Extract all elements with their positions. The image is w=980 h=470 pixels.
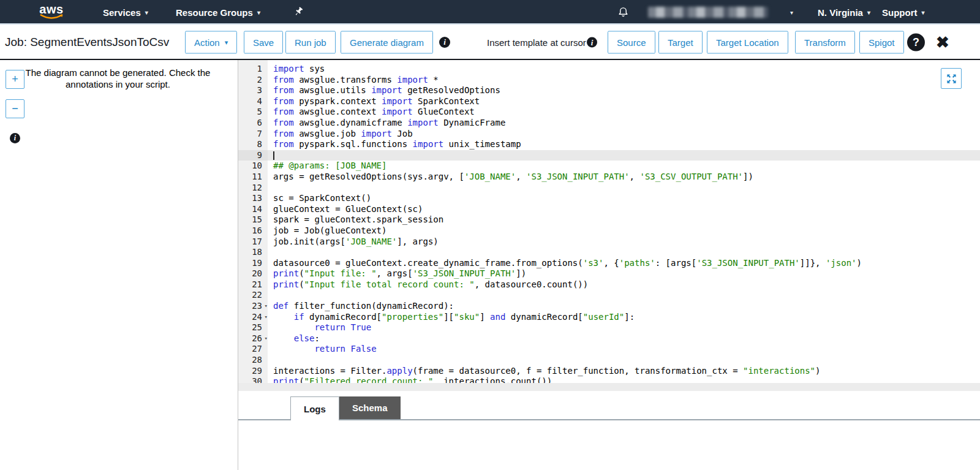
target-location-template-button[interactable]: Target Location — [707, 31, 788, 54]
code-line[interactable] — [268, 355, 980, 366]
line-number: 30 — [238, 376, 268, 383]
code-line[interactable]: if dynamicRecord["properties"]["sku"] an… — [268, 312, 980, 323]
code-line[interactable]: from awsglue.job import Job — [268, 129, 980, 140]
code-line[interactable]: job.init(args['JOB_NAME'], args) — [268, 237, 980, 248]
nav-services[interactable]: Services ▾ — [103, 0, 148, 25]
nav-notifications[interactable] — [617, 0, 629, 25]
code-line[interactable] — [268, 290, 980, 301]
code-line[interactable]: from pyspark.sql.functions import unix_t… — [268, 139, 980, 150]
line-number: 15 — [238, 214, 268, 226]
chevron-down-icon: ▾ — [922, 9, 925, 16]
page-title: Job: SegmentEventsJsonToCsv — [5, 36, 169, 49]
info-icon[interactable]: i — [439, 37, 450, 48]
code-line[interactable]: sc = SparkContext() — [268, 193, 980, 204]
generate-diagram-button[interactable]: Generate diagram — [341, 31, 433, 54]
action-dropdown-button[interactable]: Action ▾ — [185, 31, 237, 54]
nav-region[interactable]: N. Virginia ▾ — [818, 0, 870, 25]
tab-logs[interactable]: Logs — [290, 396, 339, 420]
line-number: 28 — [238, 355, 268, 366]
line-number: 17 — [238, 237, 268, 248]
code-line[interactable]: from awsglue.context import GlueContext — [268, 107, 980, 118]
fold-arrow-icon[interactable]: ▾ — [265, 333, 268, 344]
code-line[interactable]: return False — [268, 344, 980, 355]
text-cursor — [273, 151, 274, 160]
nav-resource-groups[interactable]: Resource Groups ▾ — [176, 0, 260, 25]
zoom-in-button[interactable]: + — [6, 70, 24, 89]
script-editor[interactable]: 1234567891011121314151617181920212223▾24… — [238, 60, 980, 391]
zoom-out-button[interactable]: − — [6, 99, 24, 118]
line-number: 9 — [238, 150, 268, 161]
line-number: 18 — [238, 247, 268, 258]
editor-viewport: 1234567891011121314151617181920212223▾24… — [238, 60, 980, 383]
code-line[interactable]: from awsglue.transforms import * — [268, 75, 980, 86]
line-number: 20 — [238, 268, 268, 279]
info-icon[interactable]: i — [10, 133, 20, 143]
top-navbar: aws Services ▾ Resource Groups ▾ ▾ — [0, 0, 980, 25]
code-line[interactable]: print("Filtered record count: ", interac… — [268, 376, 980, 383]
chevron-down-icon: ▾ — [867, 9, 870, 16]
help-icon[interactable]: ? — [907, 34, 925, 51]
diagram-error-message: The diagram cannot be generated. Check t… — [12, 67, 224, 90]
code-line[interactable]: args = getResolvedOptions(sys.argv, ['JO… — [268, 172, 980, 183]
editor-horizontal-scrollbar[interactable] — [238, 383, 980, 391]
transform-template-button[interactable]: Transform — [795, 31, 855, 54]
line-number: 27 — [238, 344, 268, 355]
code-line[interactable]: else: — [268, 333, 980, 344]
line-number: 5 — [238, 107, 268, 118]
nav-pin[interactable] — [293, 0, 304, 25]
info-icon[interactable]: i — [587, 37, 597, 48]
tab-schema[interactable]: Schema — [339, 396, 401, 419]
code-line[interactable]: from awsglue.dynamicframe import Dynamic… — [268, 118, 980, 129]
line-number: 19 — [238, 258, 268, 269]
expand-editor-button[interactable] — [941, 68, 962, 89]
code-line[interactable]: datasource0 = glueContext.create_dynamic… — [268, 258, 980, 269]
code-line[interactable]: from awsglue.utils import getResolvedOpt… — [268, 85, 980, 96]
source-template-button[interactable]: Source — [608, 31, 655, 54]
tab-baseline — [238, 419, 980, 420]
code-line[interactable]: import sys — [268, 64, 980, 75]
code-line[interactable]: def filter_function(dynamicRecord): — [268, 301, 980, 312]
line-number: 25 — [238, 322, 268, 333]
expand-arrows-icon — [946, 73, 957, 85]
nav-support[interactable]: Support ▾ — [882, 0, 925, 25]
editor-code[interactable]: import sysfrom awsglue.transforms import… — [268, 60, 980, 383]
code-line[interactable]: interactions = Filter.apply(frame = data… — [268, 366, 980, 377]
fold-arrow-icon[interactable]: ▾ — [265, 301, 268, 312]
chevron-down-icon: ▾ — [225, 39, 228, 47]
line-number: 24▾ — [238, 312, 268, 323]
region-label: N. Virginia — [818, 7, 863, 18]
line-number: 29 — [238, 366, 268, 377]
code-line[interactable]: ## @params: [JOB_NAME] — [268, 161, 980, 172]
code-line[interactable]: print("Input file: ", args['S3_JSON_INPU… — [268, 268, 980, 279]
code-line[interactable]: job = Job(glueContext) — [268, 226, 980, 237]
aws-logo[interactable]: aws — [39, 0, 64, 25]
bottom-tab-bar: Logs Schema — [238, 396, 980, 420]
code-line[interactable]: print("Input file total record count: ",… — [268, 279, 980, 290]
line-number: 12 — [238, 183, 268, 194]
code-line[interactable]: return True — [268, 322, 980, 333]
chevron-down-icon: ▾ — [790, 9, 793, 16]
code-line[interactable]: spark = glueContext.spark_session — [268, 214, 980, 226]
target-template-button[interactable]: Target — [658, 31, 703, 54]
account-menu[interactable]: ▾ — [648, 0, 793, 25]
run-job-button[interactable]: Run job — [285, 31, 336, 54]
fold-arrow-icon[interactable]: ▾ — [265, 312, 268, 323]
content-area: The diagram cannot be generated. Check t… — [0, 60, 980, 470]
insert-template-label: Insert template at cursor — [487, 37, 586, 48]
line-number: 3 — [238, 85, 268, 96]
save-button[interactable]: Save — [244, 31, 283, 54]
line-number: 14 — [238, 204, 268, 215]
line-number: 6 — [238, 118, 268, 129]
account-name-redacted — [648, 7, 768, 18]
code-line[interactable] — [268, 150, 980, 161]
code-line[interactable]: glueContext = GlueContext(sc) — [268, 204, 980, 215]
line-number: 21 — [238, 279, 268, 290]
code-line[interactable] — [268, 247, 980, 258]
line-number: 1 — [238, 64, 268, 75]
nav-services-label: Services — [103, 7, 141, 18]
aws-smile-icon — [39, 14, 64, 20]
code-line[interactable] — [268, 183, 980, 194]
spigot-template-button[interactable]: Spigot — [859, 31, 904, 54]
close-icon[interactable]: ✖ — [936, 34, 949, 50]
code-line[interactable]: from pyspark.context import SparkContext — [268, 96, 980, 107]
